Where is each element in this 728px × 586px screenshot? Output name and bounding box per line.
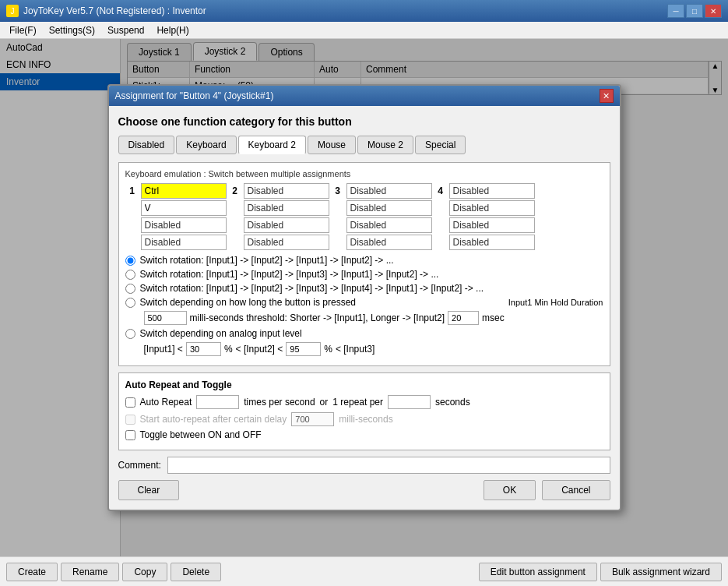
col-num-3: 3 <box>331 185 345 196</box>
key-input-3-2[interactable] <box>346 200 432 216</box>
func-tab-keyboard2[interactable]: Keyboard 2 <box>238 136 306 154</box>
radio-switch-analog-input[interactable] <box>125 329 135 339</box>
seconds-input[interactable] <box>388 395 431 409</box>
hold-duration-label: Input1 Min Hold Duration <box>508 298 603 307</box>
key-input-3-1[interactable] <box>346 183 432 199</box>
key-input-4-1[interactable] <box>449 183 535 199</box>
analog-input-row: [Input1] < % < [Input2] < % < [Input3] <box>144 342 603 356</box>
times-per-second-label: times per second <box>244 397 315 408</box>
modal-heading: Choose one function category for this bu… <box>118 115 610 128</box>
copy-button[interactable]: Copy <box>122 563 167 581</box>
radio-switch-2: Switch rotation: [Input1] -> [Input2] ->… <box>125 255 603 266</box>
func-tab-mouse[interactable]: Mouse <box>308 136 356 154</box>
hold-duration-row: milli-seconds threshold: Shorter -> [Inp… <box>144 311 603 325</box>
key-input-1-2[interactable] <box>141 200 227 216</box>
key-input-4-3[interactable] <box>449 217 535 233</box>
cancel-button[interactable]: Cancel <box>542 480 610 500</box>
func-tabs: Disabled Keyboard Keyboard 2 Mouse Mouse… <box>118 136 610 154</box>
radio-switch-4: Switch rotation: [Input1] -> [Input2] ->… <box>125 283 603 294</box>
radio-switch-2-label: Switch rotation: [Input1] -> [Input2] ->… <box>140 255 394 266</box>
col-num-4: 4 <box>434 185 448 196</box>
key-input-3-3[interactable] <box>346 217 432 233</box>
analog-val-1[interactable] <box>186 342 221 356</box>
key-input-2-1[interactable] <box>244 183 329 199</box>
hold-msec-unit: msec <box>482 312 505 323</box>
modal-close-button[interactable]: ✕ <box>600 89 614 103</box>
or-label: or <box>320 397 329 408</box>
edit-button-assignment[interactable]: Edit button assignment <box>479 563 597 581</box>
key-input-2-3[interactable] <box>244 217 329 233</box>
dialog-right-buttons: OK Cancel <box>484 480 610 500</box>
auto-repeat-label: Auto Repeat <box>140 397 192 408</box>
msec-threshold-label: milli-seconds threshold: Shorter -> [Inp… <box>190 312 445 323</box>
modal-content: Choose one function category for this bu… <box>109 106 620 510</box>
start-delay-label: Start auto-repeat after certain delay <box>140 414 287 425</box>
menu-suspend[interactable]: Suspend <box>101 23 150 37</box>
keyboard-section-label: Keyboard emulation : Switch between mult… <box>125 169 603 178</box>
comment-input[interactable] <box>167 457 610 474</box>
key-input-2-4[interactable] <box>244 235 329 250</box>
rename-button[interactable]: Rename <box>61 563 119 581</box>
delete-button[interactable]: Delete <box>171 563 221 581</box>
key-input-3-4[interactable] <box>346 235 432 250</box>
menu-file[interactable]: File(F) <box>3 23 43 37</box>
milli-seconds-label: milli-seconds <box>339 414 392 425</box>
col-num-1: 1 <box>125 185 139 196</box>
start-delay-checkbox[interactable] <box>125 415 135 425</box>
func-tab-mouse2[interactable]: Mouse 2 <box>357 136 413 154</box>
key-input-4-2[interactable] <box>449 200 535 216</box>
app-title: JoyToKey Ver5.7 (Not Registered) : Inven… <box>23 5 206 16</box>
bulk-assignment-wizard[interactable]: Bulk assignment wizard <box>600 563 722 581</box>
modal-dialog: Assignment for "Button 4" (Joystick#1) ✕… <box>107 84 621 511</box>
menu-settings[interactable]: Settings(S) <box>43 23 101 37</box>
modal-overlay: Assignment for "Button 4" (Joystick#1) ✕… <box>0 39 728 556</box>
key-input-1-1[interactable] <box>141 183 227 199</box>
radio-switch-2-input[interactable] <box>125 256 135 266</box>
key-input-2-2[interactable] <box>244 200 329 216</box>
analog-pct-2: % <box>324 344 332 355</box>
delay-val-input[interactable] <box>291 412 334 426</box>
radio-switch-hold: Switch depending on how long the button … <box>125 297 603 308</box>
times-per-second-input[interactable] <box>196 395 239 409</box>
radio-switch-3: Switch rotation: [Input1] -> [Input2] ->… <box>125 269 603 280</box>
close-button[interactable]: ✕ <box>705 4 722 18</box>
func-tab-disabled[interactable]: Disabled <box>118 136 175 154</box>
toggle-row: Toggle between ON and OFF <box>125 429 603 440</box>
analog-pct-1: % <box>224 344 233 355</box>
title-bar-controls: ─ □ ✕ <box>667 4 722 18</box>
key-input-1-4[interactable] <box>141 235 227 250</box>
msec-threshold-input[interactable] <box>144 311 187 325</box>
radio-switch-hold-label: Switch depending on how long the button … <box>140 297 357 308</box>
key-input-4-4[interactable] <box>449 235 535 250</box>
func-tab-keyboard[interactable]: Keyboard <box>176 136 236 154</box>
key-input-1-3[interactable] <box>141 217 227 233</box>
seconds-label: seconds <box>435 397 470 408</box>
toggle-checkbox[interactable] <box>125 430 135 440</box>
func-tab-special[interactable]: Special <box>415 136 466 154</box>
hold-msec-input[interactable] <box>448 311 479 325</box>
auto-repeat-checkbox[interactable] <box>125 397 135 408</box>
ok-button[interactable]: OK <box>484 480 536 500</box>
main-area: AutoCad ECN INFO Inventor Joystick 1 Joy… <box>0 39 728 556</box>
auto-repeat-section: Auto Repeat and Toggle Auto Repeat times… <box>118 372 610 450</box>
radio-switch-3-input[interactable] <box>125 270 135 280</box>
create-button[interactable]: Create <box>6 563 58 581</box>
key-input-grid: 1 2 3 4 <box>125 183 603 250</box>
one-repeat-per: 1 repeat per <box>332 397 383 408</box>
restore-button[interactable]: □ <box>686 4 703 18</box>
radio-switch-hold-input[interactable] <box>125 298 135 308</box>
menu-help[interactable]: Help(H) <box>150 23 195 37</box>
comment-label: Comment: <box>118 460 161 471</box>
app-icon: J <box>6 5 19 17</box>
clear-button[interactable]: Clear <box>118 480 180 500</box>
comment-row: Comment: <box>118 457 610 474</box>
analog-label-1: [Input1] < <box>144 344 183 355</box>
start-delay-row: Start auto-repeat after certain delay mi… <box>125 412 603 426</box>
keyboard-emulation-section: Keyboard emulation : Switch between mult… <box>118 162 610 366</box>
radio-switch-analog: Switch depending on analog input level <box>125 328 603 339</box>
radio-switch-4-input[interactable] <box>125 284 135 294</box>
analog-val-2[interactable] <box>286 342 321 356</box>
radio-switch-4-label: Switch rotation: [Input1] -> [Input2] ->… <box>140 283 484 294</box>
bottom-bar: Create Rename Copy Delete Edit button as… <box>0 556 728 586</box>
minimize-button[interactable]: ─ <box>667 4 684 18</box>
